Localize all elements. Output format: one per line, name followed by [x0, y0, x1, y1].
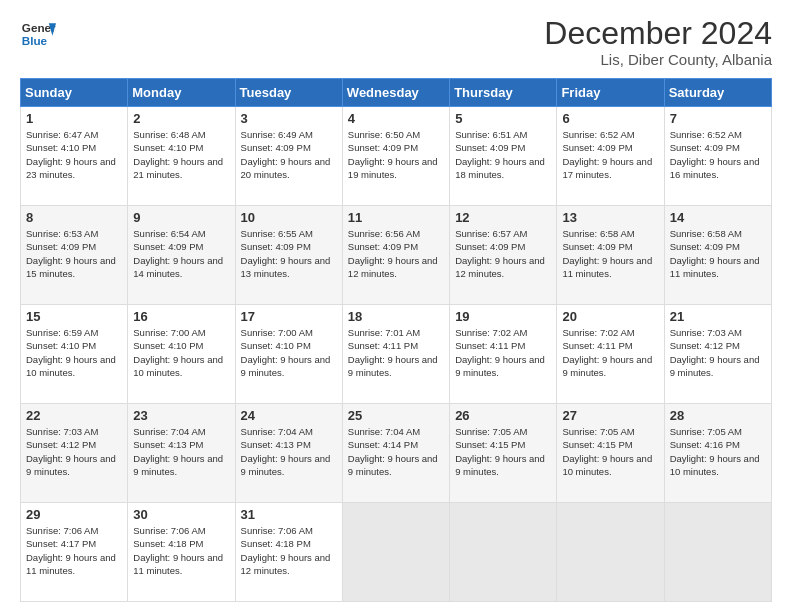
calendar-cell: 3 Sunrise: 6:49 AMSunset: 4:09 PMDayligh… [235, 107, 342, 206]
cell-info: Sunrise: 6:52 AMSunset: 4:09 PMDaylight:… [670, 129, 760, 180]
day-number: 12 [455, 210, 551, 225]
calendar-week-row: 29 Sunrise: 7:06 AMSunset: 4:17 PMDaylig… [21, 503, 772, 602]
day-number: 3 [241, 111, 337, 126]
calendar-cell: 31 Sunrise: 7:06 AMSunset: 4:18 PMDaylig… [235, 503, 342, 602]
logo-icon: General Blue [20, 16, 56, 52]
day-number: 20 [562, 309, 658, 324]
day-number: 23 [133, 408, 229, 423]
day-number: 29 [26, 507, 122, 522]
cell-info: Sunrise: 7:02 AMSunset: 4:11 PMDaylight:… [455, 327, 545, 378]
calendar-cell: 6 Sunrise: 6:52 AMSunset: 4:09 PMDayligh… [557, 107, 664, 206]
day-number: 6 [562, 111, 658, 126]
calendar-cell: 23 Sunrise: 7:04 AMSunset: 4:13 PMDaylig… [128, 404, 235, 503]
day-number: 19 [455, 309, 551, 324]
calendar-cell [342, 503, 449, 602]
calendar-cell: 7 Sunrise: 6:52 AMSunset: 4:09 PMDayligh… [664, 107, 771, 206]
cell-info: Sunrise: 7:06 AMSunset: 4:17 PMDaylight:… [26, 525, 116, 576]
day-number: 7 [670, 111, 766, 126]
calendar-cell: 24 Sunrise: 7:04 AMSunset: 4:13 PMDaylig… [235, 404, 342, 503]
cell-info: Sunrise: 6:50 AMSunset: 4:09 PMDaylight:… [348, 129, 438, 180]
cell-info: Sunrise: 7:05 AMSunset: 4:15 PMDaylight:… [562, 426, 652, 477]
cell-info: Sunrise: 6:51 AMSunset: 4:09 PMDaylight:… [455, 129, 545, 180]
calendar-cell: 14 Sunrise: 6:58 AMSunset: 4:09 PMDaylig… [664, 206, 771, 305]
cell-info: Sunrise: 6:59 AMSunset: 4:10 PMDaylight:… [26, 327, 116, 378]
calendar-cell: 27 Sunrise: 7:05 AMSunset: 4:15 PMDaylig… [557, 404, 664, 503]
cell-info: Sunrise: 7:06 AMSunset: 4:18 PMDaylight:… [241, 525, 331, 576]
day-number: 31 [241, 507, 337, 522]
cell-info: Sunrise: 6:49 AMSunset: 4:09 PMDaylight:… [241, 129, 331, 180]
col-wednesday: Wednesday [342, 79, 449, 107]
cell-info: Sunrise: 7:05 AMSunset: 4:16 PMDaylight:… [670, 426, 760, 477]
cell-info: Sunrise: 7:06 AMSunset: 4:18 PMDaylight:… [133, 525, 223, 576]
cell-info: Sunrise: 6:54 AMSunset: 4:09 PMDaylight:… [133, 228, 223, 279]
day-number: 18 [348, 309, 444, 324]
day-number: 30 [133, 507, 229, 522]
day-number: 21 [670, 309, 766, 324]
calendar-cell: 9 Sunrise: 6:54 AMSunset: 4:09 PMDayligh… [128, 206, 235, 305]
day-number: 11 [348, 210, 444, 225]
day-number: 27 [562, 408, 658, 423]
cell-info: Sunrise: 6:53 AMSunset: 4:09 PMDaylight:… [26, 228, 116, 279]
calendar-cell: 30 Sunrise: 7:06 AMSunset: 4:18 PMDaylig… [128, 503, 235, 602]
top-section: General Blue December 2024 Lis, Diber Co… [20, 16, 772, 68]
calendar-cell: 8 Sunrise: 6:53 AMSunset: 4:09 PMDayligh… [21, 206, 128, 305]
calendar-cell: 20 Sunrise: 7:02 AMSunset: 4:11 PMDaylig… [557, 305, 664, 404]
cell-info: Sunrise: 7:04 AMSunset: 4:14 PMDaylight:… [348, 426, 438, 477]
day-number: 8 [26, 210, 122, 225]
calendar-cell: 1 Sunrise: 6:47 AMSunset: 4:10 PMDayligh… [21, 107, 128, 206]
calendar-cell: 18 Sunrise: 7:01 AMSunset: 4:11 PMDaylig… [342, 305, 449, 404]
cell-info: Sunrise: 6:47 AMSunset: 4:10 PMDaylight:… [26, 129, 116, 180]
title-section: December 2024 Lis, Diber County, Albania [544, 16, 772, 68]
cell-info: Sunrise: 7:04 AMSunset: 4:13 PMDaylight:… [241, 426, 331, 477]
calendar-cell: 16 Sunrise: 7:00 AMSunset: 4:10 PMDaylig… [128, 305, 235, 404]
calendar-cell: 13 Sunrise: 6:58 AMSunset: 4:09 PMDaylig… [557, 206, 664, 305]
cell-info: Sunrise: 6:52 AMSunset: 4:09 PMDaylight:… [562, 129, 652, 180]
col-thursday: Thursday [450, 79, 557, 107]
calendar-cell: 25 Sunrise: 7:04 AMSunset: 4:14 PMDaylig… [342, 404, 449, 503]
day-number: 14 [670, 210, 766, 225]
cell-info: Sunrise: 6:55 AMSunset: 4:09 PMDaylight:… [241, 228, 331, 279]
cell-info: Sunrise: 6:57 AMSunset: 4:09 PMDaylight:… [455, 228, 545, 279]
calendar: Sunday Monday Tuesday Wednesday Thursday… [20, 78, 772, 602]
calendar-cell: 12 Sunrise: 6:57 AMSunset: 4:09 PMDaylig… [450, 206, 557, 305]
svg-text:Blue: Blue [22, 34, 48, 47]
calendar-cell: 5 Sunrise: 6:51 AMSunset: 4:09 PMDayligh… [450, 107, 557, 206]
cell-info: Sunrise: 7:05 AMSunset: 4:15 PMDaylight:… [455, 426, 545, 477]
cell-info: Sunrise: 7:02 AMSunset: 4:11 PMDaylight:… [562, 327, 652, 378]
day-number: 2 [133, 111, 229, 126]
calendar-cell [664, 503, 771, 602]
calendar-cell: 21 Sunrise: 7:03 AMSunset: 4:12 PMDaylig… [664, 305, 771, 404]
col-tuesday: Tuesday [235, 79, 342, 107]
day-number: 1 [26, 111, 122, 126]
cell-info: Sunrise: 7:01 AMSunset: 4:11 PMDaylight:… [348, 327, 438, 378]
calendar-week-row: 15 Sunrise: 6:59 AMSunset: 4:10 PMDaylig… [21, 305, 772, 404]
calendar-cell [450, 503, 557, 602]
calendar-cell: 2 Sunrise: 6:48 AMSunset: 4:10 PMDayligh… [128, 107, 235, 206]
day-number: 10 [241, 210, 337, 225]
day-number: 25 [348, 408, 444, 423]
calendar-cell: 11 Sunrise: 6:56 AMSunset: 4:09 PMDaylig… [342, 206, 449, 305]
cell-info: Sunrise: 6:58 AMSunset: 4:09 PMDaylight:… [562, 228, 652, 279]
cell-info: Sunrise: 6:58 AMSunset: 4:09 PMDaylight:… [670, 228, 760, 279]
cell-info: Sunrise: 6:48 AMSunset: 4:10 PMDaylight:… [133, 129, 223, 180]
day-number: 17 [241, 309, 337, 324]
day-number: 13 [562, 210, 658, 225]
cell-info: Sunrise: 6:56 AMSunset: 4:09 PMDaylight:… [348, 228, 438, 279]
day-number: 22 [26, 408, 122, 423]
calendar-cell: 26 Sunrise: 7:05 AMSunset: 4:15 PMDaylig… [450, 404, 557, 503]
cell-info: Sunrise: 7:03 AMSunset: 4:12 PMDaylight:… [670, 327, 760, 378]
calendar-cell: 4 Sunrise: 6:50 AMSunset: 4:09 PMDayligh… [342, 107, 449, 206]
logo: General Blue [20, 16, 56, 52]
calendar-cell: 28 Sunrise: 7:05 AMSunset: 4:16 PMDaylig… [664, 404, 771, 503]
cell-info: Sunrise: 7:03 AMSunset: 4:12 PMDaylight:… [26, 426, 116, 477]
cell-info: Sunrise: 7:00 AMSunset: 4:10 PMDaylight:… [241, 327, 331, 378]
calendar-cell: 17 Sunrise: 7:00 AMSunset: 4:10 PMDaylig… [235, 305, 342, 404]
day-number: 28 [670, 408, 766, 423]
page: General Blue December 2024 Lis, Diber Co… [0, 0, 792, 612]
day-number: 9 [133, 210, 229, 225]
subtitle: Lis, Diber County, Albania [544, 51, 772, 68]
calendar-week-row: 22 Sunrise: 7:03 AMSunset: 4:12 PMDaylig… [21, 404, 772, 503]
calendar-cell: 15 Sunrise: 6:59 AMSunset: 4:10 PMDaylig… [21, 305, 128, 404]
col-sunday: Sunday [21, 79, 128, 107]
calendar-header-row: Sunday Monday Tuesday Wednesday Thursday… [21, 79, 772, 107]
